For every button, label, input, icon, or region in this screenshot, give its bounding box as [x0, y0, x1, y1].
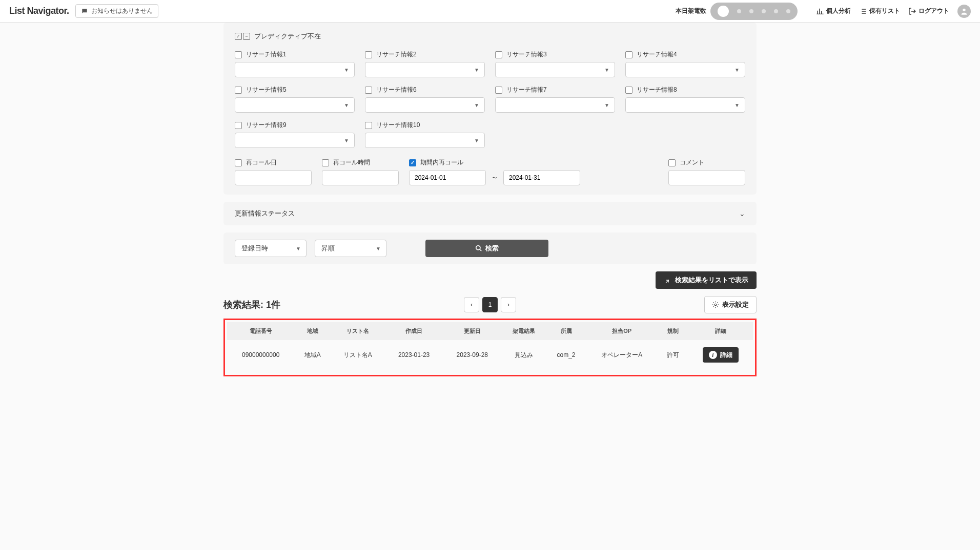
recall-time-input[interactable] — [322, 170, 399, 185]
research-1-chk[interactable] — [235, 51, 242, 58]
pill-dot[interactable] — [774, 9, 778, 13]
comment-chk[interactable] — [668, 159, 676, 166]
research-7-select[interactable]: ▼ — [495, 97, 615, 113]
analysis-link[interactable]: 個人分析 — [816, 7, 851, 15]
research-3-chk[interactable] — [495, 51, 502, 58]
pill-dot[interactable] — [786, 9, 790, 13]
research-7-chk[interactable] — [495, 87, 502, 94]
research-8-select[interactable]: ▼ — [625, 97, 745, 113]
filter-card: ✓− プレディクティブ不在 リサーチ情報1▼ リサーチ情報2▼ リサーチ情報3▼… — [223, 23, 757, 195]
info-icon: i — [709, 351, 717, 359]
pill-1[interactable] — [718, 6, 729, 17]
col-phone: 電話番号 — [227, 322, 294, 340]
recall-date-chk[interactable] — [235, 159, 242, 166]
chevron-down-icon: ⌄ — [739, 209, 745, 218]
research-2-select[interactable]: ▼ — [365, 62, 485, 77]
pill-dot[interactable] — [737, 9, 741, 13]
research-4-chk[interactable] — [625, 51, 632, 58]
col-list: リスト名 — [331, 322, 385, 340]
page-next[interactable]: › — [501, 297, 516, 312]
search-icon — [475, 245, 482, 252]
cell-created: 2023-01-23 — [385, 340, 443, 370]
avatar[interactable] — [957, 5, 971, 18]
detail-button[interactable]: i 詳細 — [703, 347, 739, 363]
col-detail: 詳細 — [688, 322, 753, 340]
research-1-select[interactable]: ▼ — [235, 62, 355, 77]
notice-text: お知らせはありません — [91, 7, 153, 15]
svg-point-0 — [963, 8, 965, 11]
recall-period-chk[interactable] — [409, 159, 416, 166]
research-4-select[interactable]: ▼ — [625, 62, 745, 77]
gear-icon — [712, 301, 719, 308]
page-1[interactable]: 1 — [482, 297, 498, 312]
logout-link[interactable]: ログアウト — [908, 7, 949, 15]
table-row: 09000000000 地域A リスト名A 2023-01-23 2023-09… — [227, 340, 753, 370]
page-prev[interactable]: ‹ — [464, 297, 479, 312]
research-5-chk[interactable] — [235, 87, 242, 94]
research-10-select[interactable]: ▼ — [365, 133, 485, 148]
col-created: 作成日 — [385, 322, 443, 340]
cell-list: リスト名A — [331, 340, 385, 370]
cell-op: オペレーターA — [586, 340, 658, 370]
col-org: 所属 — [546, 322, 585, 340]
research-5-select[interactable]: ▼ — [235, 97, 355, 113]
logout-icon — [908, 7, 916, 15]
col-area: 地域 — [294, 322, 331, 340]
results-table-highlight: 電話番号 地域 リスト名 作成日 更新日 架電結果 所属 担当OP 規制 詳細 … — [223, 319, 757, 376]
comment-input[interactable] — [668, 170, 745, 185]
svg-point-1 — [476, 246, 480, 250]
tristate-icon[interactable]: ✓− — [235, 33, 250, 40]
research-6-select[interactable]: ▼ — [365, 97, 485, 113]
update-status-collapse[interactable]: 更新情報ステータス ⌄ — [223, 202, 757, 225]
cell-phone: 09000000000 — [227, 340, 294, 370]
cell-restrict: 許可 — [658, 340, 688, 370]
svg-point-2 — [714, 304, 717, 306]
cell-updated: 2023-09-28 — [443, 340, 501, 370]
research-3-select[interactable]: ▼ — [495, 62, 615, 77]
result-count: 検索結果: 1件 — [223, 299, 280, 311]
recall-date-input[interactable] — [235, 170, 312, 185]
app-logo: List Navigator. — [9, 6, 69, 16]
notice-button[interactable]: お知らせはありません — [75, 4, 158, 18]
sort-field-select[interactable]: 登録日時▼ — [235, 240, 307, 257]
col-result: 架電結果 — [501, 322, 546, 340]
user-icon — [960, 7, 968, 15]
display-settings-button[interactable]: 表示設定 — [704, 296, 757, 313]
chat-icon — [81, 8, 88, 15]
sort-card: 登録日時▼ 昇順▼ 検索 — [223, 232, 757, 264]
saved-link[interactable]: 保有リスト — [859, 7, 900, 15]
period-to-input[interactable] — [503, 170, 580, 185]
col-restrict: 規制 — [658, 322, 688, 340]
cell-result: 見込み — [501, 340, 546, 370]
calls-pill-bar[interactable] — [710, 3, 798, 20]
cell-area: 地域A — [294, 340, 331, 370]
app-header: List Navigator. お知らせはありません 本日架電数 個人分析 保有… — [0, 0, 980, 23]
pagination: ‹ 1 › — [464, 297, 516, 312]
list-icon — [859, 7, 867, 15]
chart-icon — [816, 7, 824, 15]
cell-org: com_2 — [546, 340, 585, 370]
sort-order-select[interactable]: 昇順▼ — [315, 240, 386, 257]
research-8-chk[interactable] — [625, 87, 632, 94]
col-updated: 更新日 — [443, 322, 501, 340]
research-10-chk[interactable] — [365, 122, 372, 129]
recall-time-chk[interactable] — [322, 159, 329, 166]
research-9-select[interactable]: ▼ — [235, 133, 355, 148]
tilde: ～ — [491, 173, 498, 182]
research-2-chk[interactable] — [365, 51, 372, 58]
calls-label: 本日架電数 — [676, 7, 706, 15]
pill-dot[interactable] — [762, 9, 766, 13]
research-6-chk[interactable] — [365, 87, 372, 94]
search-button[interactable]: 検索 — [425, 240, 548, 257]
export-button[interactable]: 検索結果をリストで表示 — [656, 271, 757, 289]
pill-dot[interactable] — [749, 9, 753, 13]
results-table: 電話番号 地域 リスト名 作成日 更新日 架電結果 所属 担当OP 規制 詳細 … — [227, 322, 753, 370]
period-from-input[interactable] — [409, 170, 486, 185]
share-icon — [664, 277, 671, 284]
research-9-chk[interactable] — [235, 122, 242, 129]
predictive-label: プレディクティブ不在 — [254, 32, 321, 41]
predictive-row: ✓− プレディクティブ不在 — [235, 32, 745, 41]
recall-row: 再コール日 再コール時間 期間内再コール ～ コメント — [235, 158, 745, 185]
col-op: 担当OP — [586, 322, 658, 340]
